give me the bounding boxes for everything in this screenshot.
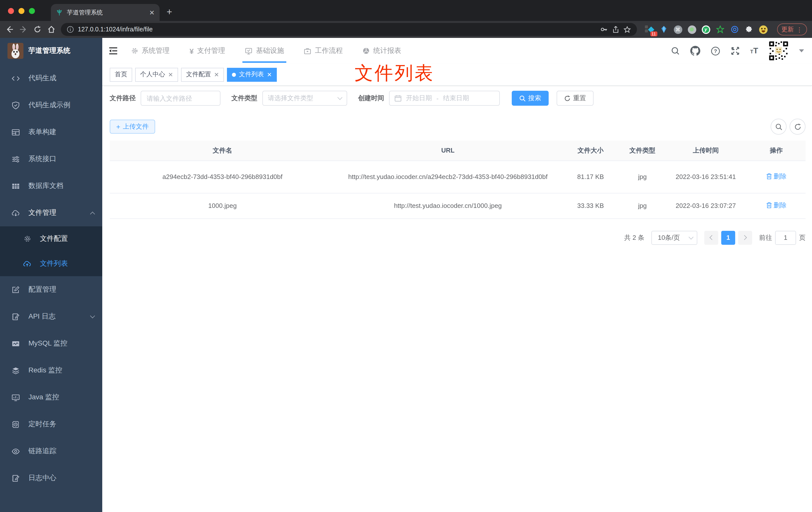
extension-y-icon[interactable]: y: [701, 25, 710, 34]
goto-label: 前往: [759, 233, 772, 242]
avatar-dropdown-caret[interactable]: [799, 49, 804, 52]
extensions-puzzle-icon[interactable]: [745, 25, 753, 34]
date-range-picker[interactable]: 开始日期 - 结束日期: [389, 91, 500, 106]
minimize-window-button[interactable]: [19, 8, 24, 14]
share-icon[interactable]: [612, 26, 619, 33]
search-button[interactable]: 搜索: [512, 91, 549, 106]
zoom-window-button[interactable]: [29, 8, 35, 14]
url-text[interactable]: 127.0.0.1:1024/infra/file/file: [78, 26, 596, 33]
file-type-select[interactable]: 请选择文件类型: [262, 91, 347, 106]
browser-menu-icon[interactable]: ⋮: [796, 26, 803, 33]
cloud-download-icon: [11, 209, 20, 217]
tag-file-config[interactable]: 文件配置 ✕: [181, 67, 224, 82]
app-title: 芋道管理系统: [28, 47, 70, 55]
prev-page-button[interactable]: [704, 231, 718, 244]
extension-eye-icon[interactable]: [730, 25, 739, 34]
sidebar-item-java-monitor[interactable]: Java 监控: [0, 384, 102, 411]
layers-icon: [11, 366, 20, 375]
nav-workflow[interactable]: 工作流程: [304, 38, 343, 64]
briefcase-icon: [304, 47, 312, 55]
current-page[interactable]: 1: [721, 231, 735, 244]
sidebar-item-api-log[interactable]: API 日志: [0, 303, 102, 330]
nav-system-management[interactable]: 系统管理: [131, 38, 170, 64]
forward-button[interactable]: [19, 25, 28, 34]
user-avatar-qr[interactable]: [768, 41, 788, 61]
sidebar-item-config-management[interactable]: 配置管理: [0, 276, 102, 303]
cell-url: http://test.yudao.iocoder.cn/a294ecb2-73…: [335, 160, 561, 193]
upload-file-button[interactable]: + 上传文件: [110, 120, 155, 133]
search-icon[interactable]: [671, 47, 680, 55]
profile-avatar-emoji[interactable]: [759, 25, 767, 34]
bookmark-star-icon[interactable]: [623, 26, 631, 33]
sidebar-item-log-center[interactable]: 日志中心: [0, 464, 102, 491]
extension-command-icon[interactable]: ⌘: [674, 25, 682, 34]
show-search-button[interactable]: [771, 119, 787, 134]
table-row: a294ecb2-73dd-4353-bf40-296b8931d0bf htt…: [110, 160, 806, 193]
tag-close-icon[interactable]: ✕: [168, 71, 173, 78]
page-size-select[interactable]: 10条/页: [651, 231, 697, 244]
sidebar-item-system-api[interactable]: 系统接口: [0, 146, 102, 173]
col-type: 文件类型: [620, 141, 664, 160]
sidebar-item-file-list[interactable]: 文件列表: [0, 251, 102, 276]
nav-payment-management[interactable]: ¥ 支付管理: [190, 38, 225, 64]
sidebar-item-tracing[interactable]: 链路追踪: [0, 438, 102, 464]
github-icon[interactable]: [690, 46, 700, 56]
fullscreen-icon[interactable]: [731, 47, 740, 55]
extension-gem-icon[interactable]: [659, 25, 668, 34]
sidebar-item-file-config[interactable]: 文件配置: [0, 226, 102, 251]
chrome-update-button[interactable]: 更新 ⋮: [777, 24, 807, 35]
extension-star-icon[interactable]: [716, 25, 724, 34]
cell-filename: 1000.jpeg: [110, 193, 335, 218]
browser-toolbar: 127.0.0.1:1024/infra/file/file 11 ⌘ y: [0, 21, 812, 38]
close-window-button[interactable]: [8, 8, 14, 14]
tag-file-list[interactable]: 文件列表 ✕: [227, 67, 277, 82]
new-tab-button[interactable]: +: [167, 6, 172, 18]
tab-close-icon[interactable]: ✕: [149, 9, 155, 16]
extension-dot-icon[interactable]: [688, 25, 696, 34]
sidebar-collapse-icon[interactable]: [108, 46, 118, 56]
nav-infrastructure[interactable]: 基础设施: [245, 38, 284, 64]
goto-page-input[interactable]: [775, 231, 796, 244]
tag-close-icon[interactable]: ✕: [214, 71, 219, 78]
reset-button[interactable]: 重置: [557, 91, 593, 106]
sidebar-item-db-doc[interactable]: 数据库文档: [0, 173, 102, 200]
refresh-button[interactable]: [789, 119, 806, 134]
tag-close-icon[interactable]: ✕: [267, 71, 272, 78]
nav-reports[interactable]: 统计报表: [363, 38, 401, 64]
sidebar-item-mysql-monitor[interactable]: MySQL 监控: [0, 330, 102, 357]
home-button[interactable]: [47, 25, 56, 34]
top-nav: 系统管理 ¥ 支付管理 基础设施 工作流程: [131, 38, 401, 64]
sidebar-item-scheduled-tasks[interactable]: 定时任务: [0, 411, 102, 438]
extension-split-icon[interactable]: 11: [645, 25, 654, 34]
site-info-icon[interactable]: [67, 26, 74, 33]
sidebar-item-redis-monitor[interactable]: Redis 监控: [0, 357, 102, 384]
delete-button[interactable]: 删除: [766, 170, 787, 182]
tag-profile[interactable]: 个人中心 ✕: [135, 67, 178, 82]
sidebar-submenu-file: 文件配置 文件列表: [0, 226, 102, 276]
timer-icon: [11, 420, 20, 428]
browser-tab[interactable]: 芋道管理系统 ✕: [51, 4, 160, 21]
next-page-button[interactable]: [738, 231, 752, 244]
edit-square-icon: [11, 285, 20, 294]
document-edit-icon: [11, 312, 20, 321]
red-annotation-text: 文件列表: [355, 61, 434, 86]
logo-rabbit-image: [7, 43, 24, 59]
window-controls[interactable]: [8, 8, 35, 14]
sidebar-item-file-management[interactable]: 文件管理: [0, 200, 102, 226]
col-actions: 操作: [747, 141, 806, 160]
address-bar[interactable]: 127.0.0.1:1024/infra/file/file: [61, 23, 637, 36]
password-key-icon[interactable]: [600, 25, 608, 33]
reload-button[interactable]: [33, 25, 42, 34]
back-button[interactable]: [5, 25, 14, 34]
delete-button[interactable]: 删除: [766, 199, 787, 211]
tag-home[interactable]: 首页: [110, 67, 132, 82]
help-icon[interactable]: ?: [711, 46, 720, 56]
app-logo[interactable]: 芋道管理系统: [0, 38, 102, 64]
font-size-icon[interactable]: TT: [750, 47, 758, 55]
eye-icon: [11, 447, 20, 455]
file-path-input[interactable]: [141, 91, 221, 106]
sidebar-item-form-builder[interactable]: 表单构建: [0, 119, 102, 146]
sidebar-item-code-gen[interactable]: 代码生成: [0, 65, 102, 92]
sliders-icon: [11, 155, 20, 163]
sidebar-item-code-gen-example[interactable]: 代码生成示例: [0, 92, 102, 119]
